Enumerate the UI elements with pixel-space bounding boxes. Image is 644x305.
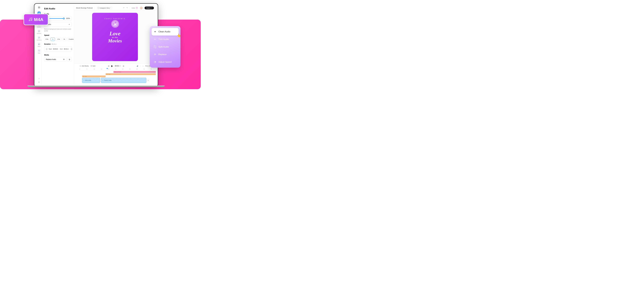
end-value[interactable]: 00:15.1 xyxy=(64,48,69,50)
add-track-button[interactable]: + xyxy=(147,79,149,82)
media-section-label: Media xyxy=(44,54,72,56)
band-label: Sound Wave xyxy=(115,71,121,73)
audio-track-row: ♪ Intro.m4a ♪ Track1.m4a + xyxy=(80,78,150,83)
upload-icon: ⤴ xyxy=(151,7,152,9)
speed-chip[interactable]: Custom xyxy=(67,37,74,41)
speed-chip[interactable]: 2x xyxy=(62,37,66,41)
volume-icon[interactable]: 🔊 xyxy=(137,65,138,67)
clock-start-icon[interactable]: ◷ xyxy=(46,47,48,50)
timeline-ruler[interactable]: 05101520253035404550 xyxy=(80,68,150,70)
skip-forward-icon[interactable]: ⏭ xyxy=(123,65,124,67)
filters-icon: ◐ xyxy=(38,43,40,45)
nav-label: Subtitles xyxy=(37,26,41,27)
replace-audio-button[interactable]: Replace Audio ⟳ xyxy=(44,57,66,62)
menu-trim-audio[interactable]: ✂ Trim Audio xyxy=(152,35,179,43)
speed-chip[interactable]: 1x xyxy=(50,37,55,41)
menu-label: Adjust Speed xyxy=(158,61,172,63)
menu-label: Split Audio xyxy=(158,45,169,48)
track-text-1[interactable]: ⎮⎮ T Text xyxy=(106,73,156,75)
speed-section-label: Speed xyxy=(44,34,72,36)
slider-thumb[interactable] xyxy=(63,18,65,19)
add-media-label: Add Media xyxy=(82,65,89,67)
scissors-icon: ✂ xyxy=(154,38,156,41)
speed-chip[interactable]: 0.5x xyxy=(44,37,50,41)
speed-chip[interactable]: 1.5x xyxy=(56,37,61,41)
sparkle-icon: ✦ xyxy=(154,30,156,33)
menu-label: Clean Audio xyxy=(158,30,170,33)
project-name[interactable]: Movie Musings Podcast xyxy=(76,7,93,9)
track-sound-wave[interactable]: ⎮⎮ Sound Wave xyxy=(114,71,156,73)
replace-label: Replace Audio xyxy=(46,58,56,60)
tracks: ⎮⎮ Sound Wave ⎮⎮ T Text ⎮⎮ T Text ♪ Intr… xyxy=(76,70,154,83)
audio-clip[interactable]: ♪ Track1.m4a xyxy=(101,78,146,83)
split-button[interactable]: ⎮⎮Split xyxy=(90,65,96,67)
track-text-2[interactable]: ⎮⎮ T Text xyxy=(82,75,106,77)
svg-point-1 xyxy=(39,13,39,13)
nav-label: Transitions xyxy=(36,39,42,41)
clock-end-icon[interactable]: ◷ xyxy=(71,47,72,50)
music-note-icon xyxy=(28,17,32,21)
nav-draw[interactable]: ✎Draw xyxy=(36,48,42,55)
podcast-artwork[interactable]: CHAYZ PRESENTS Love at the Movies xyxy=(92,13,138,61)
menu-split-audio[interactable]: ⎡⎦ Split Audio xyxy=(152,43,179,51)
skip-back-icon[interactable]: ⏮ xyxy=(108,65,110,67)
start-value[interactable]: 00:00.0 xyxy=(53,48,58,50)
duration-value: 00:15.1 xyxy=(52,43,56,45)
draw-icon: ✎ xyxy=(38,49,40,52)
invite-button[interactable]: Invite SK xyxy=(132,7,138,9)
laptop-frame: TText ▭Subtitles ◫Elements ⇄Transitions … xyxy=(34,3,158,87)
transitions-icon: ⇄ xyxy=(38,36,40,39)
play-button[interactable]: ▶ xyxy=(111,64,113,67)
start-label: Start xyxy=(49,48,52,50)
redo-icon[interactable]: ↷ xyxy=(126,7,128,9)
menu-clean-audio[interactable]: ✦ Clean Audio 👆 xyxy=(152,28,179,35)
end-label: End xyxy=(60,48,62,50)
undo-icon[interactable]: ↶ xyxy=(123,7,124,9)
canvas-body[interactable]: CHAYZ PRESENTS Love at the Movies xyxy=(74,10,156,64)
format-dropdown[interactable]: Instagram Story ▾ xyxy=(96,7,112,9)
zoom-out-icon[interactable]: − xyxy=(142,65,143,67)
sparkle-icon: ✦ xyxy=(68,23,70,25)
help-icon[interactable]: ? xyxy=(38,78,40,80)
volume-value: 200% xyxy=(66,17,70,19)
nav-transitions[interactable]: ⇄Transitions xyxy=(36,35,42,42)
menu-label: Trim Audio xyxy=(158,38,169,41)
settings-icon[interactable]: ⚙ xyxy=(38,81,40,83)
playhead[interactable] xyxy=(106,68,108,69)
delete-button[interactable]: 🗑 xyxy=(67,57,72,62)
waveform xyxy=(82,78,100,81)
app-screen: TText ▭Subtitles ◫Elements ⇄Transitions … xyxy=(36,5,156,84)
media-row: Replace Audio ⟳ 🗑 xyxy=(44,57,72,62)
avatar[interactable] xyxy=(140,6,143,9)
menu-label: Replace xyxy=(158,53,166,56)
menu-replace[interactable]: ⟳ Replace xyxy=(152,51,179,58)
nav-label: Elements xyxy=(37,33,41,34)
band-label: T Text xyxy=(84,76,87,77)
audio-clip[interactable]: ♪ Intro.m4a xyxy=(82,78,100,83)
nav-label: Draw xyxy=(38,52,40,54)
help-text: Remove background noise and enhance audi… xyxy=(44,28,72,32)
panel-title: Edit Audio xyxy=(44,7,72,10)
nav-label: Filters xyxy=(38,46,40,47)
split-label: Split xyxy=(93,65,96,67)
nav-elements[interactable]: ◫Elements xyxy=(36,28,42,35)
slider-track[interactable] xyxy=(50,18,65,19)
timeline: +Add Media ⎮⎮Split ⏮ ▶ 00:02:23 ⏭ 🔊 | − … xyxy=(74,64,156,84)
artwork-presents: CHAYZ PRESENTS xyxy=(104,18,126,19)
duration-row: Duration 00:15.1 xyxy=(44,43,72,45)
art-rays xyxy=(97,18,133,56)
svg-point-2 xyxy=(29,20,30,21)
waveform xyxy=(101,78,146,81)
m4a-badge: M4A xyxy=(24,14,48,25)
speed-chips: 0.5x 1x 1.5x 2x Custom xyxy=(44,37,72,41)
menu-icon[interactable] xyxy=(38,7,40,8)
add-media-button[interactable]: +Add Media xyxy=(80,65,89,67)
menu-adjust-speed[interactable]: ◔ Adjust Speed xyxy=(152,58,179,66)
laptop-base xyxy=(28,85,165,87)
audio-section-label: Audio xyxy=(44,13,72,15)
split-icon: ⎮⎮ xyxy=(90,65,92,67)
export-button[interactable]: Export ⤴ xyxy=(144,6,154,9)
elements-icon: ◫ xyxy=(38,30,40,32)
format-label: Instagram Story xyxy=(100,7,110,9)
nav-filters[interactable]: ◐Filters xyxy=(36,42,42,48)
